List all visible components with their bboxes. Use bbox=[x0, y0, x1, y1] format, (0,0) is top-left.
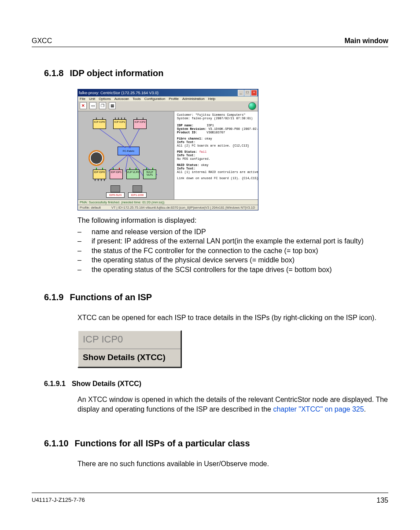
page-header: GXCC Main window bbox=[32, 37, 388, 47]
xref-link[interactable]: chapter "XTCC" on page 325 bbox=[273, 405, 364, 413]
section-6110-body: There are no such functions available in… bbox=[77, 459, 388, 469]
context-menu: ICP ICP0 Show Details (XTCC) bbox=[77, 330, 181, 368]
tape-icon[interactable] bbox=[133, 185, 142, 192]
list-item: the status of the FC controller for the … bbox=[92, 246, 318, 256]
heading-619: 6.1.9 Functions of an ISP bbox=[44, 292, 388, 302]
section-6191-body: An XTCC window is opened in which the de… bbox=[77, 395, 388, 414]
cycle-icon bbox=[88, 150, 104, 166]
titlebar: falke-proxy: CentricStor (172.25.75.164 … bbox=[78, 89, 258, 96]
app-body: ICP ICP0 ICP ICP1 ICP ICP2 FC-Fabric bbox=[78, 111, 258, 199]
clone-icon[interactable]: ❐ bbox=[99, 102, 106, 109]
heading-title: Functions for all ISPs of a particular c… bbox=[75, 438, 250, 449]
menu-item[interactable]: Help bbox=[208, 97, 215, 101]
page-number: 135 bbox=[376, 497, 388, 504]
titlebar-text: falke-proxy: CentricStor (172.25.75.164 … bbox=[79, 91, 158, 95]
status-bar-2: Profile: default VT | ID=172.25.75.164 v… bbox=[78, 205, 258, 210]
menu-item[interactable]: Administration bbox=[182, 97, 205, 101]
header-left: GXCC bbox=[32, 37, 52, 45]
list-item: name and release version of the IDP bbox=[92, 227, 206, 237]
doc-id: U41117-J-Z125-7-76 bbox=[32, 497, 85, 504]
node-idp0[interactable]: IDP IDP0 bbox=[93, 169, 106, 179]
refresh-icon[interactable]: ▦ bbox=[109, 102, 116, 109]
page-footer: U41117-J-Z125-7-76 135 bbox=[32, 493, 388, 504]
close-icon[interactable]: × bbox=[251, 90, 257, 96]
menu-item[interactable]: Tools bbox=[133, 97, 141, 101]
body-text: XTCC can be opened for each ISP to trace… bbox=[77, 313, 388, 323]
bullet-list: –name and release version of the IDP –if… bbox=[77, 227, 388, 275]
status-bar-1: PMA: Successfully finished. (needed time… bbox=[78, 199, 258, 205]
node-svlp[interactable]: SVLP VLP1 bbox=[143, 169, 156, 179]
heading-618: 6.1.8 IDP object information bbox=[44, 68, 388, 78]
window-buttons: _ □ × bbox=[238, 90, 257, 96]
menu-item[interactable]: Unit bbox=[89, 97, 95, 101]
page: GXCC Main window 6.1.8 IDP object inform… bbox=[0, 0, 420, 530]
heading-title: IDP object information bbox=[70, 68, 163, 78]
tape-label-1: IDP1-1000 bbox=[128, 192, 147, 198]
globe-icon[interactable] bbox=[248, 102, 256, 110]
heading-6191: 6.1.9.1 Show Details (XTCC) bbox=[44, 380, 388, 388]
header-right: Main window bbox=[344, 37, 388, 45]
intro-text: The following information is displayed: bbox=[77, 216, 388, 225]
window-icon[interactable]: ▭ bbox=[89, 102, 96, 109]
node-icp1[interactable]: ICP ICP1 bbox=[113, 119, 126, 129]
tape-label-0: IDP0-SUN bbox=[106, 192, 125, 198]
heading-6110: 6.1.10 Functions for all ISPs of a parti… bbox=[44, 438, 388, 449]
heading-num: 6.1.8 bbox=[44, 68, 63, 78]
menubar: File Unit Options Autoscan Tools Configu… bbox=[78, 96, 258, 101]
toolbar: ✕ ▭ ❐ ▦ bbox=[78, 101, 258, 111]
heading-title: Show Details (XTCC) bbox=[72, 380, 141, 388]
tape-icon[interactable] bbox=[111, 185, 120, 192]
minimize-icon[interactable]: _ bbox=[238, 90, 244, 96]
heading-num: 6.1.9.1 bbox=[44, 380, 66, 388]
menu-item[interactable]: Autoscan bbox=[114, 97, 129, 101]
menu-item[interactable]: Configuration bbox=[144, 97, 166, 101]
list-item: if present: IP address of the external L… bbox=[92, 236, 364, 246]
maximize-icon[interactable]: □ bbox=[244, 90, 251, 96]
section-618-body: falke-proxy: CentricStor (172.25.75.164 … bbox=[77, 89, 388, 275]
heading-num: 6.1.9 bbox=[44, 292, 63, 302]
ctxmenu-title: ICP ICP0 bbox=[78, 331, 181, 349]
info-panel: Customer: "Fujitsu Siemens Computers" Sy… bbox=[174, 111, 258, 199]
section-619-body: XTCC can be opened for each ISP to trace… bbox=[77, 313, 388, 368]
menu-item[interactable]: File bbox=[80, 97, 85, 101]
node-vlp[interactable]: VLP VLP0 bbox=[126, 169, 140, 179]
list-item: the operating status of the physical dev… bbox=[92, 255, 295, 265]
app-window: falke-proxy: CentricStor (172.25.75.164 … bbox=[77, 89, 258, 210]
menu-item[interactable]: Options bbox=[99, 97, 111, 101]
node-icp2[interactable]: ICP ICP2 bbox=[133, 119, 147, 129]
topology-canvas: ICP ICP0 ICP ICP1 ICP ICP2 FC-Fabric bbox=[78, 111, 174, 199]
body-text: There are no such functions available in… bbox=[77, 459, 388, 469]
heading-num: 6.1.10 bbox=[44, 438, 69, 449]
node-icp0[interactable]: ICP ICP0 bbox=[93, 119, 106, 129]
ctxmenu-item[interactable]: Show Details (XTCC) bbox=[78, 349, 181, 367]
heading-title: Functions of an ISP bbox=[70, 292, 152, 302]
close-icon[interactable]: ✕ bbox=[80, 102, 87, 109]
list-item: the operating status of the SCSI control… bbox=[92, 265, 332, 275]
body-text: An XTCC window is opened in which the de… bbox=[77, 395, 388, 414]
node-idp1[interactable]: IDP IDP1 bbox=[110, 169, 123, 179]
menu-item[interactable]: Profile bbox=[169, 97, 179, 101]
